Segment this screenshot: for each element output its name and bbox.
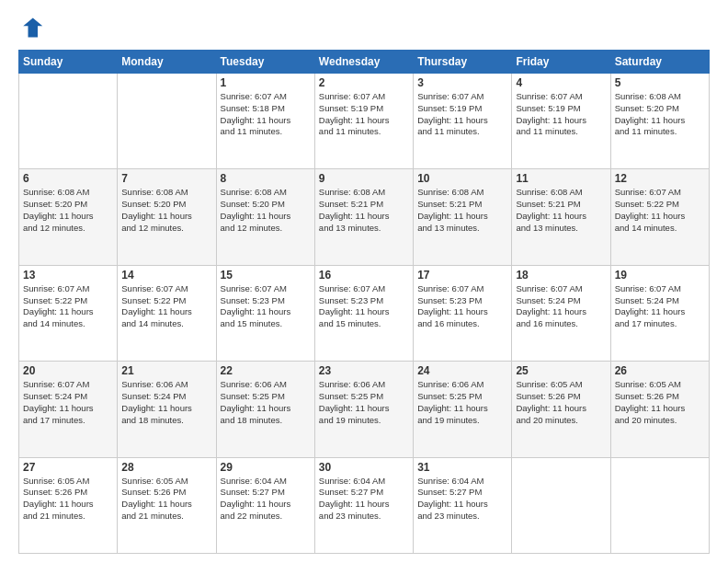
day-number: 3 — [417, 76, 507, 89]
calendar-cell: 1Sunrise: 6:07 AM Sunset: 5:18 PM Daylig… — [216, 74, 314, 169]
cell-info: Sunrise: 6:05 AM Sunset: 5:26 PM Dayligh… — [516, 379, 606, 426]
calendar-cell: 29Sunrise: 6:04 AM Sunset: 5:27 PM Dayli… — [216, 457, 314, 553]
header-day-monday: Monday — [118, 51, 216, 74]
calendar-cell: 24Sunrise: 6:06 AM Sunset: 5:25 PM Dayli… — [414, 362, 512, 457]
day-number: 8 — [221, 172, 311, 185]
calendar-cell: 20Sunrise: 6:07 AM Sunset: 5:24 PM Dayli… — [19, 362, 118, 457]
cell-info: Sunrise: 6:06 AM Sunset: 5:25 PM Dayligh… — [221, 379, 311, 426]
header-row: SundayMondayTuesdayWednesdayThursdayFrid… — [19, 51, 710, 74]
day-number: 31 — [417, 461, 507, 474]
calendar-cell: 6Sunrise: 6:08 AM Sunset: 5:20 PM Daylig… — [19, 169, 118, 265]
cell-info: Sunrise: 6:05 AM Sunset: 5:26 PM Dayligh… — [121, 476, 211, 523]
calendar-cell: 26Sunrise: 6:05 AM Sunset: 5:26 PM Dayli… — [610, 362, 709, 457]
day-number: 14 — [121, 269, 211, 282]
cell-info: Sunrise: 6:07 AM Sunset: 5:23 PM Dayligh… — [417, 283, 507, 330]
calendar-cell: 19Sunrise: 6:07 AM Sunset: 5:24 PM Dayli… — [610, 265, 709, 361]
calendar-cell: 11Sunrise: 6:08 AM Sunset: 5:21 PM Dayli… — [512, 169, 610, 265]
calendar-cell: 21Sunrise: 6:06 AM Sunset: 5:24 PM Dayli… — [118, 362, 216, 457]
cell-info: Sunrise: 6:07 AM Sunset: 5:23 PM Dayligh… — [319, 283, 409, 330]
calendar-cell: 5Sunrise: 6:08 AM Sunset: 5:20 PM Daylig… — [610, 74, 709, 169]
calendar-cell: 25Sunrise: 6:05 AM Sunset: 5:26 PM Dayli… — [512, 362, 610, 457]
day-number: 2 — [319, 76, 409, 89]
cell-info: Sunrise: 6:06 AM Sunset: 5:25 PM Dayligh… — [319, 379, 409, 426]
cell-info: Sunrise: 6:06 AM Sunset: 5:25 PM Dayligh… — [417, 379, 507, 426]
cell-info: Sunrise: 6:07 AM Sunset: 5:23 PM Dayligh… — [221, 283, 311, 330]
day-number: 28 — [121, 461, 211, 474]
day-number: 11 — [516, 172, 606, 185]
day-number: 21 — [121, 364, 211, 377]
calendar-cell: 15Sunrise: 6:07 AM Sunset: 5:23 PM Dayli… — [216, 265, 314, 361]
cell-info: Sunrise: 6:08 AM Sunset: 5:21 PM Dayligh… — [319, 187, 409, 234]
calendar-cell: 30Sunrise: 6:04 AM Sunset: 5:27 PM Dayli… — [314, 457, 413, 553]
day-number: 1 — [221, 76, 311, 89]
header-day-friday: Friday — [512, 51, 610, 74]
calendar-body: 1Sunrise: 6:07 AM Sunset: 5:18 PM Daylig… — [19, 74, 710, 554]
calendar-cell: 16Sunrise: 6:07 AM Sunset: 5:23 PM Dayli… — [314, 265, 413, 361]
day-number: 30 — [319, 461, 409, 474]
day-number: 18 — [516, 269, 606, 282]
week-row-1: 1Sunrise: 6:07 AM Sunset: 5:18 PM Daylig… — [19, 74, 710, 169]
cell-info: Sunrise: 6:07 AM Sunset: 5:24 PM Dayligh… — [516, 283, 606, 330]
calendar-cell — [118, 74, 216, 169]
cell-info: Sunrise: 6:07 AM Sunset: 5:24 PM Dayligh… — [615, 283, 705, 330]
cell-info: Sunrise: 6:07 AM Sunset: 5:19 PM Dayligh… — [516, 91, 606, 138]
calendar-cell: 3Sunrise: 6:07 AM Sunset: 5:19 PM Daylig… — [414, 74, 512, 169]
day-number: 19 — [615, 269, 705, 282]
day-number: 16 — [319, 269, 409, 282]
cell-info: Sunrise: 6:04 AM Sunset: 5:27 PM Dayligh… — [221, 476, 311, 523]
cell-info: Sunrise: 6:08 AM Sunset: 5:20 PM Dayligh… — [23, 187, 113, 234]
day-number: 17 — [417, 269, 507, 282]
calendar-cell: 4Sunrise: 6:07 AM Sunset: 5:19 PM Daylig… — [512, 74, 610, 169]
day-number: 29 — [221, 461, 311, 474]
header-day-saturday: Saturday — [610, 51, 709, 74]
cell-info: Sunrise: 6:05 AM Sunset: 5:26 PM Dayligh… — [23, 476, 113, 523]
header-day-thursday: Thursday — [414, 51, 512, 74]
calendar: SundayMondayTuesdayWednesdayThursdayFrid… — [18, 50, 710, 554]
calendar-cell: 22Sunrise: 6:06 AM Sunset: 5:25 PM Dayli… — [216, 362, 314, 457]
week-row-4: 20Sunrise: 6:07 AM Sunset: 5:24 PM Dayli… — [19, 362, 710, 457]
day-number: 20 — [23, 364, 113, 377]
calendar-cell — [19, 74, 118, 169]
day-number: 5 — [615, 76, 705, 89]
header-day-sunday: Sunday — [19, 51, 118, 74]
header — [18, 15, 710, 40]
logo-icon — [18, 15, 44, 40]
header-day-tuesday: Tuesday — [216, 51, 314, 74]
calendar-cell: 31Sunrise: 6:04 AM Sunset: 5:27 PM Dayli… — [414, 457, 512, 553]
day-number: 25 — [516, 364, 606, 377]
calendar-cell — [610, 457, 709, 553]
cell-info: Sunrise: 6:08 AM Sunset: 5:20 PM Dayligh… — [121, 187, 211, 234]
day-number: 24 — [417, 364, 507, 377]
day-number: 9 — [319, 172, 409, 185]
day-number: 10 — [417, 172, 507, 185]
calendar-cell: 13Sunrise: 6:07 AM Sunset: 5:22 PM Dayli… — [19, 265, 118, 361]
cell-info: Sunrise: 6:04 AM Sunset: 5:27 PM Dayligh… — [319, 476, 409, 523]
day-number: 22 — [221, 364, 311, 377]
cell-info: Sunrise: 6:04 AM Sunset: 5:27 PM Dayligh… — [417, 476, 507, 523]
calendar-cell: 14Sunrise: 6:07 AM Sunset: 5:22 PM Dayli… — [118, 265, 216, 361]
cell-info: Sunrise: 6:07 AM Sunset: 5:22 PM Dayligh… — [23, 283, 113, 330]
cell-info: Sunrise: 6:07 AM Sunset: 5:22 PM Dayligh… — [615, 187, 705, 234]
calendar-cell: 9Sunrise: 6:08 AM Sunset: 5:21 PM Daylig… — [314, 169, 413, 265]
cell-info: Sunrise: 6:07 AM Sunset: 5:24 PM Dayligh… — [23, 379, 113, 426]
calendar-cell — [512, 457, 610, 553]
week-row-3: 13Sunrise: 6:07 AM Sunset: 5:22 PM Dayli… — [19, 265, 710, 361]
cell-info: Sunrise: 6:08 AM Sunset: 5:21 PM Dayligh… — [417, 187, 507, 234]
day-number: 12 — [615, 172, 705, 185]
page: SundayMondayTuesdayWednesdayThursdayFrid… — [0, 0, 728, 563]
calendar-header: SundayMondayTuesdayWednesdayThursdayFrid… — [19, 51, 710, 74]
calendar-cell: 17Sunrise: 6:07 AM Sunset: 5:23 PM Dayli… — [414, 265, 512, 361]
day-number: 23 — [319, 364, 409, 377]
cell-info: Sunrise: 6:07 AM Sunset: 5:19 PM Dayligh… — [417, 91, 507, 138]
calendar-cell: 2Sunrise: 6:07 AM Sunset: 5:19 PM Daylig… — [314, 74, 413, 169]
header-day-wednesday: Wednesday — [314, 51, 413, 74]
day-number: 4 — [516, 76, 606, 89]
day-number: 7 — [121, 172, 211, 185]
logo — [18, 15, 48, 40]
svg-marker-0 — [23, 18, 42, 38]
day-number: 26 — [615, 364, 705, 377]
calendar-cell: 12Sunrise: 6:07 AM Sunset: 5:22 PM Dayli… — [610, 169, 709, 265]
calendar-cell: 8Sunrise: 6:08 AM Sunset: 5:20 PM Daylig… — [216, 169, 314, 265]
cell-info: Sunrise: 6:07 AM Sunset: 5:19 PM Dayligh… — [319, 91, 409, 138]
week-row-5: 27Sunrise: 6:05 AM Sunset: 5:26 PM Dayli… — [19, 457, 710, 553]
